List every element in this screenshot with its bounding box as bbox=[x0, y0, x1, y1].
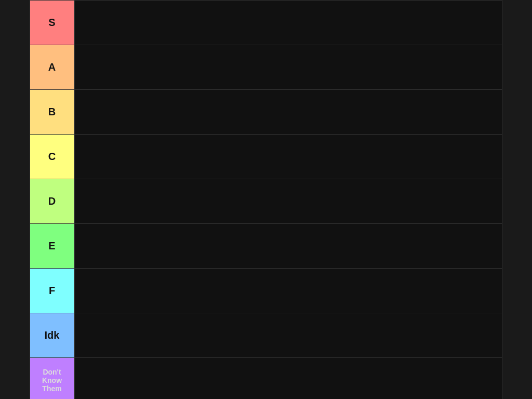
tier-content-c[interactable] bbox=[74, 135, 502, 179]
tier-label-d: D bbox=[30, 179, 74, 223]
tier-label-s: S bbox=[30, 1, 74, 45]
tier-row-b: B bbox=[30, 90, 502, 135]
tier-row-s: S bbox=[30, 1, 502, 45]
tier-label-e: E bbox=[30, 224, 74, 268]
tier-list: S A B C D E F Idk Don't Know Them bbox=[30, 0, 502, 399]
tier-row-c: C bbox=[30, 135, 502, 179]
tier-label-idk: Idk bbox=[30, 313, 74, 357]
tier-label-f: F bbox=[30, 269, 74, 313]
tier-row-f: F bbox=[30, 269, 502, 313]
tier-row-idk: Idk bbox=[30, 313, 502, 358]
tier-content-a[interactable] bbox=[74, 45, 502, 89]
tier-content-s[interactable] bbox=[74, 1, 502, 45]
tier-row-dkt: Don't Know Them bbox=[30, 358, 502, 399]
tier-content-e[interactable] bbox=[74, 224, 502, 268]
tier-label-dkt: Don't Know Them bbox=[30, 358, 74, 399]
tier-row-e: E bbox=[30, 224, 502, 269]
tier-label-c: C bbox=[30, 135, 74, 179]
tier-content-dkt[interactable] bbox=[74, 358, 502, 399]
tier-content-b[interactable] bbox=[74, 90, 502, 134]
tier-row-a: A bbox=[30, 45, 502, 90]
tier-row-d: D bbox=[30, 179, 502, 224]
tier-content-f[interactable] bbox=[74, 269, 502, 313]
tier-content-idk[interactable] bbox=[74, 313, 502, 357]
tier-label-a: A bbox=[30, 45, 74, 89]
tier-content-d[interactable] bbox=[74, 179, 502, 223]
tier-label-b: B bbox=[30, 90, 74, 134]
